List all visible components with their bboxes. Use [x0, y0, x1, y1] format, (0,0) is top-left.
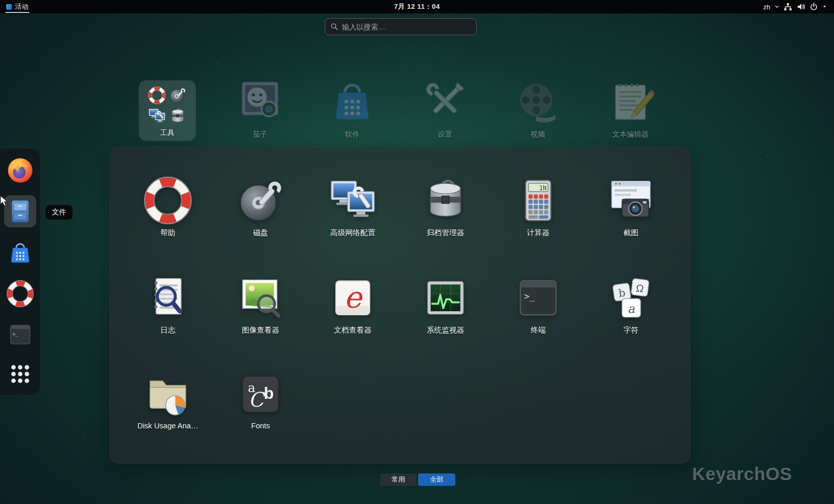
activities-label: 活动 [15, 2, 28, 11]
volume-icon [797, 3, 805, 11]
app-image-viewer[interactable]: 图像查看器 [224, 274, 297, 335]
app-archive-manager[interactable]: 归档管理器 [409, 177, 482, 238]
search-icon [330, 23, 338, 31]
image-viewer-icon [237, 274, 284, 322]
settings-tools-icon [421, 78, 469, 125]
folder-label: 工具 [160, 128, 175, 138]
terminal-icon [7, 322, 33, 348]
app-label: 高级网络配置 [330, 228, 376, 238]
app-label: 截图 [624, 228, 639, 238]
language-indicator[interactable]: zh [763, 3, 770, 11]
app-label: 系统监视器 [427, 325, 465, 335]
screenshot-camera-icon [607, 177, 655, 224]
files-cabinet-icon [7, 198, 34, 225]
app-disk-usage-analyzer[interactable]: Disk Usage Ana… [132, 370, 204, 430]
disk-usage-pie-icon [144, 370, 192, 418]
dock-item-software[interactable] [7, 240, 33, 266]
document-viewer-icon [329, 274, 377, 322]
dash [0, 148, 40, 396]
system-status-area[interactable]: zh [763, 0, 834, 13]
disks-icon [237, 177, 284, 224]
app-folder-tools[interactable]: 工具 [139, 80, 196, 141]
app-disks[interactable]: 磁盘 [224, 177, 297, 238]
distro-logo-icon [6, 4, 12, 10]
top-bar: 活动 7月 12 11：04 zh [0, 0, 834, 13]
lifebuoy-icon [144, 177, 192, 224]
all-apps-tab[interactable]: 全部 [418, 473, 455, 486]
dock-tooltip: 文件 [46, 205, 73, 220]
app-grid-dots-icon [8, 362, 32, 386]
mouse-cursor [0, 195, 10, 207]
text-editor-icon [607, 78, 654, 125]
fonts-icon [237, 370, 284, 418]
network-icon [784, 3, 792, 11]
network-monitors-icon [329, 177, 377, 224]
archive-drum-icon [422, 177, 469, 224]
logs-magnifier-icon [144, 274, 192, 322]
cheese-icon [236, 78, 284, 125]
power-icon [810, 3, 818, 11]
firefox-icon [6, 156, 35, 185]
chevron-down-icon [823, 5, 827, 8]
app-document-viewer[interactable]: 文档查看器 [317, 274, 389, 335]
app-videos[interactable]: 视频 [501, 78, 574, 139]
characters-keys-icon [607, 274, 655, 322]
search-bar[interactable] [325, 18, 477, 35]
dock-item-terminal[interactable] [7, 322, 33, 348]
disks-mini-icon [169, 87, 186, 104]
show-applications-button[interactable] [8, 362, 32, 386]
dock-item-firefox[interactable] [6, 156, 35, 185]
app-settings[interactable]: 设置 [409, 78, 481, 139]
app-text-editor[interactable]: 文本编辑器 [594, 78, 667, 139]
os-watermark: KeyarchOS [692, 464, 792, 484]
search-input[interactable] [342, 23, 471, 31]
app-label: 视频 [530, 130, 545, 139]
app-help[interactable]: 帮助 [132, 177, 204, 238]
app-label: 字符 [624, 325, 639, 335]
app-screenshot[interactable]: 截图 [595, 177, 667, 238]
activities-button[interactable]: 活动 [0, 0, 35, 13]
lifebuoy-icon [7, 280, 34, 307]
software-bag-icon [328, 78, 376, 125]
videos-reel-icon [514, 78, 562, 125]
desktop-overview: 1N [0, 0, 834, 504]
app-system-monitor[interactable]: 系统监视器 [409, 274, 482, 335]
app-label: 帮助 [161, 228, 176, 238]
clock[interactable]: 7月 12 11：04 [394, 0, 440, 13]
app-calculator[interactable]: 计算器 [502, 177, 574, 238]
calculator-icon [514, 177, 562, 224]
app-fonts[interactable]: Fonts [224, 370, 297, 430]
frequent-apps-tab[interactable]: 常用 [380, 473, 416, 486]
app-logs[interactable]: 日志 [132, 274, 204, 335]
app-label: Disk Usage Ana… [137, 422, 198, 430]
software-bag-icon [7, 240, 33, 266]
app-label: 文本编辑器 [612, 130, 649, 139]
app-label: 终端 [531, 325, 546, 335]
network-mini-icon [148, 107, 166, 125]
dock-item-help[interactable] [7, 280, 34, 307]
app-label: 计算器 [527, 228, 550, 238]
app-label: 文档查看器 [334, 325, 372, 335]
terminal-icon [514, 274, 562, 322]
folder-preview-grid [147, 85, 188, 126]
app-label: 茄子 [253, 130, 267, 139]
app-label: 日志 [161, 325, 176, 335]
app-label: 归档管理器 [427, 228, 465, 238]
app-terminal[interactable]: 终端 [502, 274, 574, 335]
app-software[interactable]: 软件 [316, 78, 389, 139]
app-label: 磁盘 [253, 228, 268, 238]
app-label: 软件 [345, 130, 360, 139]
archive-mini-icon [169, 107, 186, 125]
app-characters[interactable]: 字符 [595, 274, 667, 335]
app-advanced-network-config[interactable]: 高级网络配置 [317, 177, 389, 238]
folder-popup: 帮助 磁盘 高级网络配置 归档管理器 计算器 截图 日志 图像查看器 [109, 147, 691, 464]
language-chevron-icon [775, 5, 779, 8]
app-cheese[interactable]: 茄子 [224, 78, 296, 139]
app-label: 图像查看器 [242, 325, 280, 335]
system-monitor-icon [422, 274, 469, 322]
lifebuoy-mini-icon [148, 87, 166, 104]
app-label: 设置 [438, 130, 452, 139]
app-label: Fonts [251, 422, 270, 430]
